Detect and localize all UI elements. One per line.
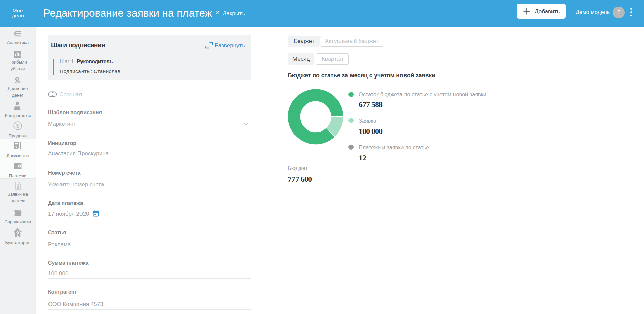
svg-text:$: $	[17, 184, 19, 187]
svg-text:$: $	[16, 123, 19, 129]
svg-text:₽: ₽	[16, 78, 19, 83]
